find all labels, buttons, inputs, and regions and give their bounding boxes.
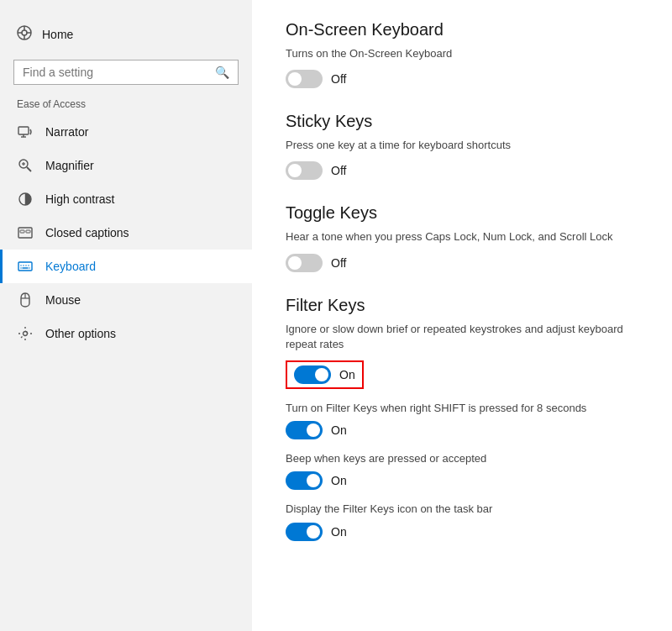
filter-keys-shortcut-thumb bbox=[307, 423, 320, 437]
filter-keys-beep-desc: Beep when keys are pressed or accepted bbox=[286, 451, 638, 466]
main-content: On-Screen Keyboard Turns on the On-Scree… bbox=[252, 0, 672, 631]
sidebar-item-mouse[interactable]: Mouse bbox=[0, 283, 252, 317]
filter-keys-shortcut-section: Turn on Filter Keys when right SHIFT is … bbox=[286, 401, 638, 439]
filter-keys-title: Filter Keys bbox=[286, 296, 638, 315]
sidebar-keyboard-label: Keyboard bbox=[45, 260, 96, 273]
sticky-keys-toggle-row: Off bbox=[286, 161, 638, 180]
search-icon: 🔍 bbox=[215, 66, 229, 79]
filter-keys-desc: Ignore or slow down brief or repeated ke… bbox=[286, 322, 638, 352]
sticky-keys-toggle[interactable] bbox=[286, 161, 323, 180]
sidebar-item-other-options[interactable]: Other options bbox=[0, 317, 252, 350]
on-screen-keyboard-toggle[interactable] bbox=[286, 70, 323, 88]
filter-keys-icon-section: Display the Filter Keys icon on the task… bbox=[286, 502, 638, 540]
sticky-keys-section: Sticky Keys Press one key at a time for … bbox=[286, 112, 638, 180]
toggle-keys-toggle-label: Off bbox=[331, 256, 346, 270]
mouse-icon bbox=[17, 292, 34, 308]
filter-keys-toggle-label: On bbox=[339, 368, 355, 381]
on-screen-keyboard-title: On-Screen Keyboard bbox=[286, 20, 638, 39]
sidebar-narrator-label: Narrator bbox=[45, 125, 88, 139]
filter-keys-toggle[interactable] bbox=[294, 365, 331, 384]
filter-keys-beep-toggle[interactable] bbox=[286, 471, 323, 490]
search-input[interactable] bbox=[23, 66, 208, 79]
on-screen-keyboard-toggle-label: Off bbox=[331, 72, 346, 86]
on-screen-keyboard-thumb bbox=[288, 72, 302, 86]
filter-keys-beep-toggle-row: On bbox=[286, 471, 638, 490]
svg-point-1 bbox=[22, 30, 27, 35]
sidebar-magnifier-label: Magnifier bbox=[45, 159, 94, 172]
filter-keys-section: Filter Keys Ignore or slow down brief or… bbox=[286, 296, 638, 541]
svg-rect-17 bbox=[26, 230, 30, 233]
magnifier-icon bbox=[17, 157, 34, 174]
narrator-icon bbox=[17, 124, 34, 140]
toggle-keys-title: Toggle Keys bbox=[286, 203, 638, 223]
on-screen-keyboard-track[interactable] bbox=[286, 70, 323, 88]
sidebar-item-magnifier[interactable]: Magnifier bbox=[0, 149, 252, 182]
filter-keys-icon-track[interactable] bbox=[286, 523, 323, 541]
sticky-keys-desc: Press one key at a time for keyboard sho… bbox=[286, 138, 638, 153]
keyboard-icon bbox=[17, 258, 34, 275]
on-screen-keyboard-desc: Turns on the On-Screen Keyboard bbox=[286, 46, 638, 61]
toggle-keys-track[interactable] bbox=[286, 254, 323, 272]
filter-keys-icon-toggle[interactable] bbox=[286, 523, 323, 541]
filter-keys-shortcut-toggle[interactable] bbox=[286, 421, 323, 439]
filter-keys-icon-desc: Display the Filter Keys icon on the task… bbox=[286, 502, 638, 517]
sidebar-item-narrator[interactable]: Narrator bbox=[0, 115, 252, 149]
sticky-keys-title: Sticky Keys bbox=[286, 112, 638, 131]
svg-rect-16 bbox=[20, 230, 24, 233]
filter-keys-beep-track[interactable] bbox=[286, 471, 323, 490]
toggle-keys-thumb bbox=[288, 256, 302, 270]
filter-keys-icon-label: On bbox=[331, 525, 347, 539]
filter-keys-beep-thumb bbox=[307, 474, 320, 487]
filter-keys-beep-section: Beep when keys are pressed or accepted O… bbox=[286, 451, 638, 490]
on-screen-keyboard-toggle-row: Off bbox=[286, 70, 638, 88]
home-icon bbox=[17, 25, 32, 43]
filter-keys-shortcut-desc: Turn on Filter Keys when right SHIFT is … bbox=[286, 401, 638, 416]
filter-keys-shortcut-track[interactable] bbox=[286, 421, 323, 439]
filter-keys-shortcut-toggle-row: On bbox=[286, 421, 638, 439]
filter-keys-shortcut-label: On bbox=[331, 423, 347, 437]
sidebar-high-contrast-label: High contrast bbox=[45, 192, 114, 206]
sidebar-closed-captions-label: Closed captions bbox=[45, 226, 129, 239]
sidebar-mouse-label: Mouse bbox=[45, 293, 81, 307]
toggle-keys-section: Toggle Keys Hear a tone when you press C… bbox=[286, 203, 638, 271]
toggle-keys-desc: Hear a tone when you press Caps Lock, Nu… bbox=[286, 229, 638, 245]
svg-rect-6 bbox=[18, 127, 29, 134]
sidebar-home-label: Home bbox=[42, 28, 73, 41]
on-screen-keyboard-section: On-Screen Keyboard Turns on the On-Scree… bbox=[286, 20, 638, 88]
sidebar-item-home[interactable]: Home bbox=[0, 17, 252, 51]
sidebar-search-box[interactable]: 🔍 bbox=[13, 60, 239, 85]
sidebar: Home 🔍 Ease of Access Narrator bbox=[0, 0, 252, 631]
filter-keys-thumb bbox=[315, 368, 328, 381]
svg-rect-18 bbox=[18, 262, 32, 271]
toggle-keys-toggle[interactable] bbox=[286, 254, 323, 272]
sidebar-item-keyboard[interactable]: Keyboard bbox=[0, 250, 252, 283]
filter-keys-track[interactable] bbox=[294, 365, 331, 384]
toggle-keys-toggle-row: Off bbox=[286, 254, 638, 272]
sidebar-item-high-contrast[interactable]: High contrast bbox=[0, 182, 252, 216]
filter-keys-toggle-box: On bbox=[286, 360, 364, 389]
other-options-icon bbox=[17, 325, 34, 342]
high-contrast-icon bbox=[17, 191, 34, 208]
svg-line-10 bbox=[27, 167, 31, 171]
sticky-keys-track[interactable] bbox=[286, 161, 323, 180]
sidebar-other-options-label: Other options bbox=[45, 327, 116, 340]
closed-captions-icon bbox=[17, 224, 34, 241]
filter-keys-beep-label: On bbox=[331, 474, 347, 487]
filter-keys-icon-toggle-row: On bbox=[286, 523, 638, 541]
sidebar-category-label: Ease of Access bbox=[0, 93, 252, 115]
sticky-keys-thumb bbox=[288, 164, 302, 177]
svg-point-28 bbox=[24, 332, 28, 336]
sticky-keys-toggle-label: Off bbox=[331, 164, 346, 177]
sidebar-item-closed-captions[interactable]: Closed captions bbox=[0, 216, 252, 250]
filter-keys-icon-thumb bbox=[307, 525, 320, 539]
